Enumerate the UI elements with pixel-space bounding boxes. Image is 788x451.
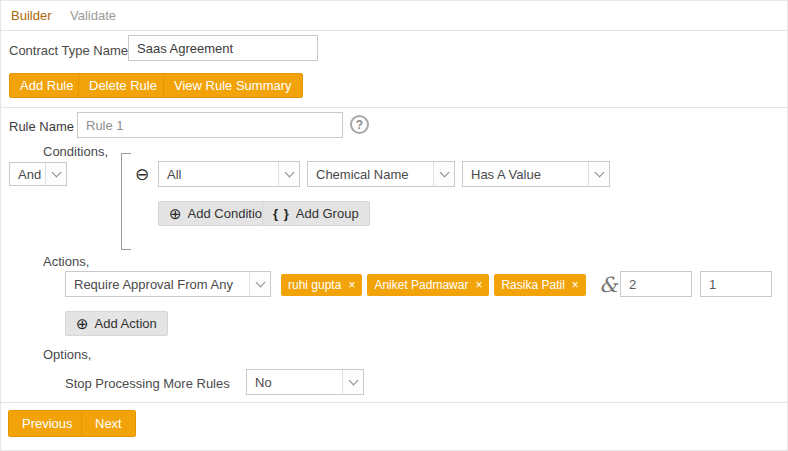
and-symbol: & xyxy=(599,273,618,297)
options-label: Options, xyxy=(43,347,91,362)
chevron-down-icon xyxy=(249,272,270,296)
stop-processing-select[interactable]: No xyxy=(246,369,364,395)
approver-tag: ruhi gupta × xyxy=(281,274,362,296)
condition-comparison-select[interactable]: Has A Value xyxy=(462,161,610,187)
contract-type-name-label: Contract Type Name xyxy=(9,43,128,58)
condition-logic-value: And xyxy=(10,167,45,182)
add-group-button[interactable]: { } Add Group xyxy=(262,201,370,226)
actions-label: Actions, xyxy=(43,254,89,269)
rule-name-label: Rule Name - xyxy=(9,119,82,134)
rule-name-input[interactable] xyxy=(77,112,343,138)
divider xyxy=(1,107,787,108)
add-action-button[interactable]: ⊕ Add Action xyxy=(65,311,168,336)
chevron-down-icon xyxy=(278,162,299,186)
add-rule-button[interactable]: Add Rule xyxy=(9,73,84,98)
stop-processing-label: Stop Processing More Rules xyxy=(65,376,230,391)
add-icon: ⊕ xyxy=(76,316,89,331)
chevron-down-icon xyxy=(45,163,66,185)
remove-condition-icon[interactable]: ⊖ xyxy=(135,166,149,183)
tab-builder[interactable]: Builder xyxy=(11,8,51,23)
condition-scope-select[interactable]: All xyxy=(158,161,300,187)
action-type-select[interactable]: Require Approval From Any xyxy=(65,271,271,297)
chevron-down-icon xyxy=(342,370,363,394)
conditions-label: Conditions, xyxy=(43,144,108,159)
contract-type-name-input[interactable] xyxy=(128,35,318,61)
delete-rule-button[interactable]: Delete Rule xyxy=(78,73,168,98)
chevron-down-icon xyxy=(433,162,454,186)
approver-tags: ruhi gupta × Aniket Padmawar × Rasika Pa… xyxy=(281,274,586,296)
approver-tag: Rasika Patil × xyxy=(494,274,585,296)
approver-tag: Aniket Padmawar × xyxy=(367,274,489,296)
approval-count-input-2[interactable] xyxy=(700,271,772,297)
condition-group-bracket xyxy=(121,153,131,250)
chevron-down-icon xyxy=(588,162,609,186)
remove-tag-icon[interactable]: × xyxy=(475,279,482,291)
remove-tag-icon[interactable]: × xyxy=(572,279,579,291)
next-button[interactable]: Next xyxy=(81,410,136,437)
action-type-value: Require Approval From Any xyxy=(66,277,249,292)
approver-tag-label: Aniket Padmawar xyxy=(374,278,468,292)
braces-icon: { } xyxy=(273,206,290,221)
previous-button[interactable]: Previous xyxy=(8,410,87,437)
tab-validate[interactable]: Validate xyxy=(70,8,116,23)
condition-logic-select[interactable]: And xyxy=(9,162,67,186)
rule-builder-page: Builder Validate Contract Type Name Add … xyxy=(0,0,788,451)
divider xyxy=(1,402,787,403)
add-condition-label: Add Condition xyxy=(188,206,270,221)
approver-tag-label: Rasika Patil xyxy=(501,278,564,292)
add-action-label: Add Action xyxy=(95,316,157,331)
condition-comparison-value: Has A Value xyxy=(463,167,588,182)
approval-count-input-1[interactable] xyxy=(620,271,692,297)
stop-processing-value: No xyxy=(247,375,342,390)
add-icon: ⊕ xyxy=(169,206,182,221)
condition-field-value: Chemical Name xyxy=(308,167,433,182)
condition-field-select[interactable]: Chemical Name xyxy=(307,161,455,187)
remove-tag-icon[interactable]: × xyxy=(348,279,355,291)
help-icon[interactable]: ? xyxy=(350,115,369,134)
tab-bar: Builder Validate xyxy=(1,1,787,31)
approver-tag-label: ruhi gupta xyxy=(288,278,341,292)
add-group-label: Add Group xyxy=(296,206,359,221)
view-rule-summary-button[interactable]: View Rule Summary xyxy=(163,73,303,98)
condition-scope-value: All xyxy=(159,167,278,182)
